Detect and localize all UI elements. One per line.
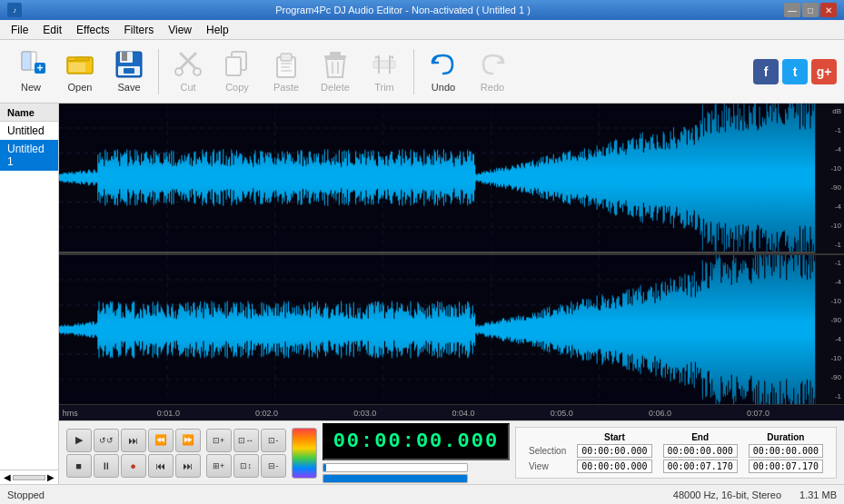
sidebar: Name Untitled Untitled 1 ◀ ▶ xyxy=(0,104,59,484)
save-label: Save xyxy=(117,82,140,93)
zoom-in-v-button[interactable]: ⊞+ xyxy=(206,454,232,478)
sidebar-item-untitled1[interactable]: Untitled 1 xyxy=(0,140,58,171)
db-top-6: -4 xyxy=(816,203,841,211)
audio-info: 48000 Hz, 16-bit, Stereo xyxy=(673,489,781,500)
sel-header-start: Start xyxy=(571,431,657,443)
title-bar-controls: — □ ✕ xyxy=(784,3,837,17)
trim-button[interactable]: Trim xyxy=(361,45,408,98)
delete-label: Delete xyxy=(321,82,350,93)
rewind-button[interactable]: ⏪ xyxy=(148,429,174,452)
position-bar-bottom xyxy=(323,474,468,483)
next-mark-button[interactable]: ⏭ xyxy=(175,454,201,478)
play-button[interactable]: ▶ xyxy=(66,429,92,452)
waveform-container: dB -1 -4 -10 -90 -4 -10 -1 -1 xyxy=(59,104,844,420)
cut-button[interactable]: Cut xyxy=(164,45,212,98)
sel-header-duration: Duration xyxy=(743,431,829,443)
googleplus-icon[interactable]: g+ xyxy=(811,59,837,84)
facebook-icon[interactable]: f xyxy=(753,59,779,84)
paste-icon xyxy=(272,50,301,79)
time-display: 00:00:00.000 xyxy=(323,423,510,460)
menu-filters[interactable]: Filters xyxy=(117,22,162,38)
menu-edit[interactable]: Edit xyxy=(35,22,69,38)
toolbar: + New Open Save xyxy=(0,40,844,104)
svg-rect-10 xyxy=(124,68,134,74)
db-top-3: -4 xyxy=(816,145,841,153)
db-top-2: -1 xyxy=(816,126,841,134)
svg-point-13 xyxy=(175,68,183,75)
redo-button[interactable]: Redo xyxy=(469,45,516,98)
status-text: Stopped xyxy=(7,489,45,500)
menu-bar: File Edit Effects Filters View Help xyxy=(0,20,844,40)
time-5: 0:05.0 xyxy=(551,409,573,418)
db-bot-4: -90 xyxy=(816,316,841,324)
svg-rect-23 xyxy=(324,55,346,58)
time-6: 0:06.0 xyxy=(649,409,671,418)
new-icon: + xyxy=(16,50,45,79)
menu-effects[interactable]: Effects xyxy=(69,22,116,38)
svg-rect-8 xyxy=(122,52,127,61)
paste-button[interactable]: Paste xyxy=(263,45,310,98)
toolbar-separator-1 xyxy=(158,49,159,94)
redo-label: Redo xyxy=(481,82,504,93)
cut-icon xyxy=(174,50,203,79)
trim-icon xyxy=(370,50,399,79)
social-icons: f t g+ xyxy=(753,59,837,84)
open-icon xyxy=(65,50,94,79)
new-label: New xyxy=(21,82,41,93)
menu-file[interactable]: File xyxy=(4,22,35,38)
toolbar-separator-2 xyxy=(413,49,414,94)
new-button[interactable]: + New xyxy=(7,45,55,98)
next-button[interactable]: ⏭ xyxy=(121,429,146,452)
minimize-button[interactable]: — xyxy=(784,3,800,17)
zoom-fit-v-button[interactable]: ⊡↕ xyxy=(233,454,259,478)
sel-duration-value: 00:00:00.000 xyxy=(749,444,823,458)
scroll-left-arrow[interactable]: ◀ xyxy=(4,472,11,482)
record-button[interactable]: ● xyxy=(121,454,146,478)
copy-button[interactable]: Copy xyxy=(213,45,261,98)
open-label: Open xyxy=(68,82,93,93)
svg-point-14 xyxy=(194,68,201,75)
db-bot-8: -1 xyxy=(816,392,841,400)
sel-start-value: 00:00:00.000 xyxy=(577,444,651,458)
zoom-sel-button[interactable]: ⊡+ xyxy=(206,429,232,452)
open-button[interactable]: Open xyxy=(56,45,104,98)
view-end-value: 00:00:07.170 xyxy=(663,460,738,473)
waveform-color-button[interactable]: 🎨 xyxy=(292,428,317,479)
delete-button[interactable]: Delete xyxy=(312,45,359,98)
twitter-icon[interactable]: t xyxy=(782,59,808,84)
title-bar-title: Program4Pc DJ Audio Editor - Non-activat… xyxy=(22,5,784,15)
db-bot-6: -10 xyxy=(816,354,841,362)
menu-help[interactable]: Help xyxy=(199,22,236,38)
undo-button[interactable]: Undo xyxy=(420,45,467,98)
stop-button[interactable]: ■ xyxy=(66,454,92,478)
zoom-fit-button[interactable]: ⊡↔ xyxy=(233,429,259,452)
menu-view[interactable]: View xyxy=(161,22,199,38)
sidebar-item-untitled[interactable]: Untitled xyxy=(0,122,58,140)
scroll-right-arrow[interactable]: ▶ xyxy=(47,472,55,482)
time-7: 0:07.0 xyxy=(747,409,770,418)
selection-table: Start End Duration Selection 00:00:00.00… xyxy=(523,431,829,474)
sidebar-scroll: ◀ ▶ xyxy=(0,469,58,484)
main-area: Name Untitled Untitled 1 ◀ ▶ dB -1 -4 xyxy=(0,104,844,484)
zoom-out-v-button[interactable]: ⊟- xyxy=(261,454,286,478)
loop-button[interactable]: ↺↺ xyxy=(94,429,119,452)
view-duration-value: 00:00:07.170 xyxy=(749,460,823,473)
position-bar-top xyxy=(323,463,468,472)
svg-rect-19 xyxy=(281,63,292,64)
close-button[interactable]: ✕ xyxy=(820,3,837,17)
zoom-out-h-button[interactable]: ⊡- xyxy=(261,429,286,452)
view-start-value: 00:00:00.000 xyxy=(577,460,651,473)
svg-rect-22 xyxy=(330,52,341,55)
delete-icon xyxy=(321,50,350,79)
title-bar: ♪ Program4Pc DJ Audio Editor - Non-activ… xyxy=(0,0,844,20)
maximize-button[interactable]: □ xyxy=(802,3,819,17)
db-top-4: -10 xyxy=(816,164,841,173)
sidebar-header: Name xyxy=(0,104,58,122)
title-bar-left: ♪ xyxy=(7,3,22,17)
forward-button[interactable]: ⏩ xyxy=(175,429,201,452)
save-button[interactable]: Save xyxy=(105,45,153,98)
copy-icon xyxy=(223,50,252,79)
pause-button[interactable]: ⏸ xyxy=(94,454,119,478)
svg-rect-5 xyxy=(69,63,85,72)
prev-mark-button[interactable]: ⏮ xyxy=(148,454,174,478)
